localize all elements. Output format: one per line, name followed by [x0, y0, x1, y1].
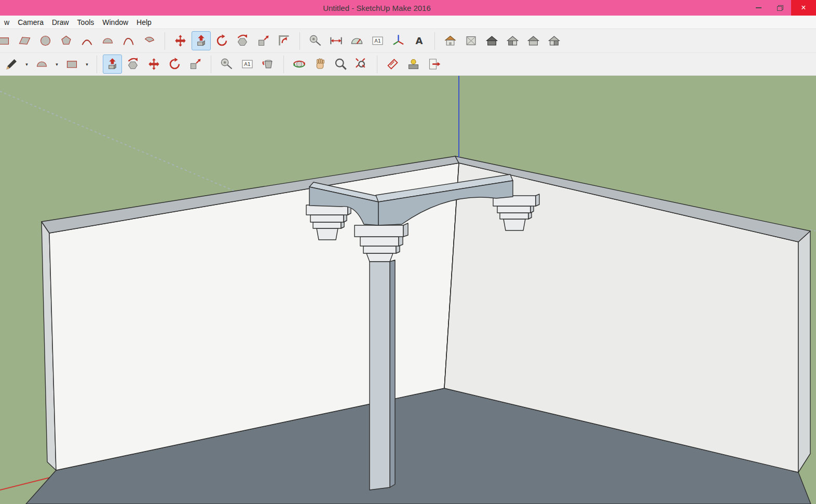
- rectangle-shapes-tool-icon: [65, 57, 79, 71]
- polygon-tool-icon: [59, 34, 73, 48]
- close-button[interactable]: ×: [791, 0, 816, 16]
- right-pilaster-tier2[interactable]: [497, 206, 531, 213]
- restore-button[interactable]: [769, 0, 791, 16]
- left-pilaster-tier2[interactable]: [310, 215, 344, 222]
- iso-view-button[interactable]: [441, 31, 460, 50]
- rotated-rectangle-tool-icon: [18, 34, 32, 48]
- offset-tool-button[interactable]: [275, 31, 294, 50]
- tape-measure-tool-button[interactable]: [306, 31, 325, 50]
- toolbar-row-2: ▾▾▾: [0, 52, 816, 76]
- move-tool-2-button[interactable]: [144, 55, 164, 74]
- line-tool-button[interactable]: [2, 55, 21, 74]
- minimize-button[interactable]: [747, 0, 769, 16]
- shadows-toggle-icon: [406, 57, 420, 71]
- tape-measure-tool-icon: [308, 34, 322, 48]
- two-point-arc-tool-button[interactable]: [98, 31, 117, 50]
- back-view-button[interactable]: [524, 31, 543, 50]
- toolbar-separator: [283, 56, 284, 73]
- line-tool-flyout-button[interactable]: ▾: [23, 55, 31, 74]
- shadows-toggle-button[interactable]: [404, 55, 423, 74]
- tape-measure-tool-2-icon: [220, 57, 234, 71]
- move-tool-2-icon: [147, 57, 161, 71]
- three-point-arc-tool-button[interactable]: [119, 31, 138, 50]
- left-pilaster-neck[interactable]: [317, 228, 338, 240]
- right-view-button[interactable]: [503, 31, 522, 50]
- right-pilaster-tier1-side[interactable]: [536, 194, 539, 206]
- menu-draw[interactable]: Draw: [48, 16, 73, 29]
- scale-tool-2-button[interactable]: [186, 55, 205, 74]
- 3d-text-tool-icon: [412, 34, 426, 48]
- zoom-extents-tool-button[interactable]: [352, 55, 371, 74]
- orbit-tool-button[interactable]: [290, 55, 309, 74]
- two-point-arc-tool-icon: [101, 34, 115, 48]
- rotate-tool-2-button[interactable]: [165, 55, 184, 74]
- move-tool-button[interactable]: [171, 31, 190, 50]
- rectangle-shapes-tool-button[interactable]: [62, 55, 81, 74]
- text-tool-2-button[interactable]: [238, 55, 257, 74]
- rotate-tool-2-icon: [168, 57, 182, 71]
- follow-me-tool-2-button[interactable]: [124, 55, 143, 74]
- push-pull-tool-2-button[interactable]: [103, 55, 122, 74]
- sketchup-window: Untitled - SketchUp Make 2016 × w Camera…: [0, 0, 816, 504]
- section-plane-tool-button[interactable]: [383, 55, 402, 74]
- column-side-face[interactable]: [390, 260, 395, 487]
- column-front-face[interactable]: [370, 262, 390, 490]
- scale-tool-button[interactable]: [254, 31, 273, 50]
- left-pilaster-tier3[interactable]: [313, 222, 341, 228]
- zoom-tool-icon: [334, 57, 348, 71]
- capital-tier3[interactable]: [363, 246, 396, 253]
- follow-me-tool-button[interactable]: [233, 31, 252, 50]
- capital-neck[interactable]: [366, 253, 393, 262]
- rectangle-shapes-tool-flyout-button[interactable]: ▾: [83, 55, 91, 74]
- line-tool-icon: [5, 57, 19, 71]
- right-wall-end-cap[interactable]: [798, 231, 810, 472]
- axes-tool-button[interactable]: [389, 31, 408, 50]
- capital-tier2[interactable]: [360, 237, 399, 246]
- title-bar[interactable]: Untitled - SketchUp Make 2016 ×: [0, 0, 816, 16]
- tape-measure-tool-2-button[interactable]: [217, 55, 236, 74]
- rotate-tool-button[interactable]: [212, 31, 232, 50]
- 3d-text-tool-button[interactable]: [410, 31, 429, 50]
- push-pull-tool-button[interactable]: [192, 31, 211, 50]
- left-view-button[interactable]: [545, 31, 564, 50]
- menu-camera[interactable]: Camera: [13, 16, 48, 29]
- follow-me-tool-icon: [236, 34, 250, 48]
- circle-tool-button[interactable]: [36, 31, 55, 50]
- dimension-tool-icon: [329, 34, 343, 48]
- 3d-viewport[interactable]: [0, 76, 816, 504]
- right-pilaster-tier3[interactable]: [500, 213, 528, 219]
- close-icon: ×: [801, 4, 806, 12]
- dimension-tool-button[interactable]: [327, 31, 346, 50]
- rotated-rectangle-tool-button[interactable]: [15, 31, 34, 50]
- top-view-button[interactable]: [461, 31, 481, 50]
- front-view-button[interactable]: [482, 31, 501, 50]
- paint-bucket-tool-icon: [261, 57, 275, 71]
- export-share-button[interactable]: [425, 55, 444, 74]
- menu-view-partial[interactable]: w: [0, 16, 13, 29]
- rectangle-tool-button[interactable]: [0, 31, 13, 50]
- pie-tool-button[interactable]: [140, 31, 159, 50]
- text-tool-button[interactable]: [368, 31, 387, 50]
- menu-window[interactable]: Window: [98, 16, 132, 29]
- arc-tool-icon: [80, 34, 94, 48]
- toolbar-separator: [97, 56, 97, 73]
- arcs-tool-flyout-button[interactable]: ▾: [53, 55, 61, 74]
- arc-tool-button[interactable]: [77, 31, 97, 50]
- arcs-tool-button[interactable]: [32, 55, 51, 74]
- follow-me-tool-2-icon: [126, 57, 140, 71]
- three-point-arc-tool-icon: [121, 34, 135, 48]
- zoom-tool-button[interactable]: [331, 55, 350, 74]
- offset-tool-icon: [277, 34, 291, 48]
- right-pilaster-neck[interactable]: [504, 219, 525, 230]
- protractor-tool-button[interactable]: [347, 31, 366, 50]
- protractor-tool-icon: [350, 34, 364, 48]
- menu-help[interactable]: Help: [132, 16, 156, 29]
- polygon-tool-button[interactable]: [57, 31, 76, 50]
- paint-bucket-tool-button[interactable]: [259, 55, 278, 74]
- capital-tier1[interactable]: [355, 225, 403, 237]
- capital-tier1-side[interactable]: [403, 223, 408, 237]
- menu-tools[interactable]: Tools: [73, 16, 99, 29]
- pan-tool-button[interactable]: [310, 55, 330, 74]
- section-plane-tool-icon: [386, 57, 400, 71]
- toolbar-separator: [377, 56, 377, 73]
